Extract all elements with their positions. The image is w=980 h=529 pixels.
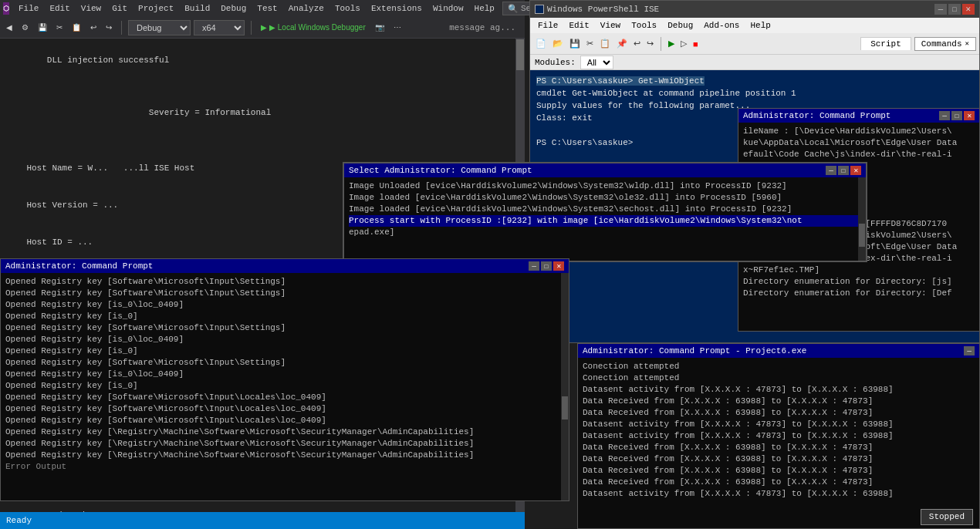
ps-ise-titlebar: Windows PowerShell ISE ─ □ ✕ (530, 1, 979, 18)
cmd-bl-line-14: Opened Registry key [\Registry\Machine\S… (5, 426, 564, 438)
ps-ise-window-controls: ─ □ ✕ (934, 4, 975, 15)
modules-dropdown[interactable]: All (580, 56, 613, 69)
ps-redo-btn[interactable]: ↪ (644, 37, 656, 50)
vs-menu-window[interactable]: Window (428, 2, 468, 15)
vs-menu-build[interactable]: Build (180, 2, 215, 15)
ps-save-btn[interactable]: 💾 (567, 37, 583, 50)
ps-cut-btn[interactable]: ✂ (584, 37, 596, 50)
ps-ise-maximize-btn[interactable]: □ (948, 4, 961, 15)
toolbar-btn-2[interactable]: 💾 (35, 22, 50, 33)
vs-statusbar: Ready (0, 512, 525, 529)
ps-ise-minimize-btn[interactable]: ─ (934, 4, 947, 15)
cmd-bl-error-line: Error Output (5, 461, 564, 473)
ps-menu-edit[interactable]: Edit (564, 20, 593, 31)
cmd-bl-line-16: Opened Registry key [\Registry\Machine\S… (5, 450, 564, 461)
ps-undo-btn[interactable]: ↩ (631, 37, 643, 50)
commands-close-icon[interactable]: ✕ (965, 39, 969, 48)
ps-line-2: cmdlet Get-WmiObject at command pipeline… (536, 87, 973, 99)
vs-menu-test[interactable]: Test (252, 2, 282, 15)
vs-menu-analyze[interactable]: Analyze (284, 2, 329, 15)
ps-menu-help[interactable]: Help (745, 20, 775, 31)
cmd-bl-titlebar: Administrator: Command Prompt ─ □ ✕ (1, 259, 569, 273)
cmd-sel-line-3: Image loaded [evice\HarddiskVolume2\Wind… (349, 204, 861, 215)
ps-line-1: PS C:\Users\saskue> Get-WmiObject (536, 75, 973, 87)
ps-menu-addons[interactable]: Add-ons (699, 20, 744, 31)
cmd-select-close[interactable]: ✕ (850, 166, 861, 175)
ps-menu-file[interactable]: File (533, 20, 563, 31)
vs-menu-extensions[interactable]: Extensions (367, 2, 427, 15)
cmd-bl-line-12: Opened Registry key [Software\Microsoft\… (5, 403, 564, 415)
ps-run-selection-btn[interactable]: ▷ (678, 37, 689, 50)
ps-menu-debug[interactable]: Debug (663, 20, 698, 31)
cmd-select-maximize[interactable]: □ (838, 166, 849, 175)
toolbar-undo-btn[interactable]: ↩ (87, 22, 100, 33)
toolbar-btn-1[interactable]: ⚙ (19, 22, 32, 33)
cmd-bl-maximize[interactable]: □ (541, 261, 552, 271)
statusbar-text: Ready (6, 516, 32, 525)
cmd-br-line-9: Data Received from [X.X.X.X : 63988] to … (583, 453, 975, 465)
ps-open-btn[interactable]: 📂 (550, 37, 566, 50)
cmd-br-line-5: Data Received from [X.X.X.X : 63988] to … (583, 407, 975, 419)
ps-new-btn[interactable]: 📄 (533, 37, 549, 50)
vs-menu-help[interactable]: Help (470, 2, 499, 15)
vs-toolbar: ◀ ⚙ 💾 ✂ 📋 ↩ ↪ Debug x64 ▶ ▶ Local Window… (0, 17, 525, 39)
stopped-badge: Stopped (921, 509, 973, 525)
toolbar-redo-btn[interactable]: ↪ (103, 22, 115, 33)
cmd-bl-minimize[interactable]: ─ (529, 261, 539, 271)
cmd-tr-close[interactable]: ✕ (964, 111, 975, 120)
cmd-bl-line-5: Opened Registry key [Software\Microsoft\… (5, 322, 564, 334)
ps-run-all-btn[interactable]: ▶ (666, 37, 677, 50)
ps-paste-btn[interactable]: 📌 (614, 37, 630, 50)
ps-ise-icon (535, 5, 544, 14)
vs-menu-debug[interactable]: Debug (216, 2, 251, 15)
cmd-tr-minimize[interactable]: ─ (939, 111, 950, 120)
ps-stop-btn[interactable]: ■ (691, 38, 701, 50)
ps-menu-view[interactable]: View (596, 20, 625, 31)
toolbar-btn-4[interactable]: 📋 (69, 22, 84, 33)
ps-menu-tools[interactable]: Tools (627, 20, 661, 31)
ps-ise-close-btn[interactable]: ✕ (962, 4, 975, 15)
cmd-bl-scrollbar[interactable] (561, 273, 569, 500)
run-button[interactable]: ▶ ▶ Local Windows Debugger (258, 22, 369, 33)
toolbar-camera-btn[interactable]: 📷 (372, 22, 387, 33)
cmd-bl-close[interactable]: ✕ (553, 261, 564, 271)
cmd-select-minimize[interactable]: ─ (826, 166, 836, 175)
cmd-br-line-4: Data Received from [X.X.X.X : 63988] to … (583, 396, 975, 407)
platform-dropdown[interactable]: x64 (194, 20, 245, 35)
cmd-br-minimize[interactable]: ─ (964, 346, 975, 355)
vs-menu-view[interactable]: View (76, 2, 106, 15)
cmd-tr-line-13: x~RF7ef1ec.TMP] (743, 264, 975, 276)
vs-menu-project[interactable]: Project (133, 2, 178, 15)
cmd-br-line-8: Data Received from [X.X.X.X : 63988] to … (583, 442, 975, 453)
ps-commands-tab[interactable]: Commands ✕ (914, 37, 976, 51)
toolbar-btn-3[interactable]: ✂ (53, 22, 66, 33)
toolbar-back-btn[interactable]: ◀ (3, 22, 15, 33)
cmd-br-line-2: Conection attempted (583, 372, 975, 384)
vs-logo: ⬡ (3, 2, 9, 15)
cmd-bl-line-2: Opened Registry key [Software\Microsoft\… (5, 288, 564, 299)
debug-config-dropdown[interactable]: Debug (128, 20, 191, 35)
cmd-bl-line-7: Opened Registry key [is_0] (5, 345, 564, 357)
cmd-br-controls: ─ (964, 346, 975, 355)
play-icon: ▶ (261, 23, 267, 32)
vs-menu-tools[interactable]: Tools (330, 2, 365, 15)
cmd-select-scrollbar[interactable] (858, 177, 866, 261)
cmd-tr-line-14: Directory enumeration for Directory: [js… (743, 276, 975, 288)
vs-menubar: ⬡ File Edit View Git Project Build Debug… (0, 0, 525, 17)
cmd-br-line-7: Datasent activity from [X.X.X.X : 47873]… (583, 430, 975, 442)
vs-menu-edit[interactable]: Edit (45, 2, 74, 15)
toolbar-more-btn[interactable]: ⋯ (390, 22, 404, 33)
cmd-select-title: Select Administrator: Command Prompt (349, 166, 532, 175)
cmd-sel-line-1: Image Unloaded [evice\HarddiskVolume2\Wi… (349, 180, 861, 192)
cmd-bl-line-11: Opened Registry key [Software\Microsoft\… (5, 392, 564, 403)
cmd-bl-line-10: Opened Registry key [is_0] (5, 380, 564, 392)
ps-copy-btn[interactable]: 📋 (597, 37, 613, 50)
vs-menu-git[interactable]: Git (107, 2, 132, 15)
cmd-br-titlebar: Administrator: Command Prompt - Project6… (578, 344, 979, 358)
cmd-tr-maximize[interactable]: □ (951, 111, 962, 120)
vs-menu-file[interactable]: File (14, 2, 43, 15)
ps-script-tab[interactable]: Script (860, 37, 911, 50)
cmd-bl-title: Administrator: Command Prompt (5, 261, 153, 271)
cmd-bl-line-4: Opened Registry key [is_0] (5, 311, 564, 322)
cmd-window-bottom-left: Administrator: Command Prompt ─ □ ✕ Open… (0, 258, 569, 501)
